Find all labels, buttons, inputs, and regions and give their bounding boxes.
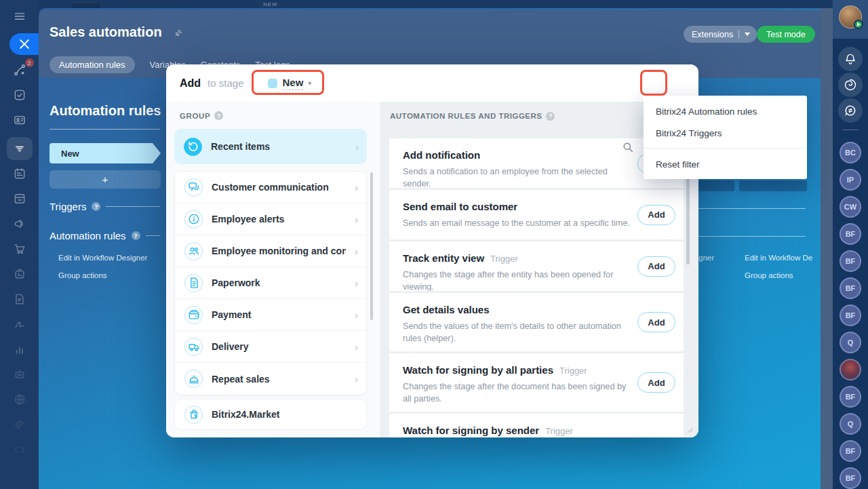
reset-filter-item[interactable]: Reset filter	[644, 153, 807, 175]
annotation-box-filter	[640, 70, 667, 96]
rule-description: Sends the values of the item's details t…	[403, 320, 633, 345]
group-item[interactable]: Employee alerts ›	[175, 203, 366, 235]
rule-title: Add notification	[403, 149, 480, 161]
chevron-right-icon: ›	[355, 141, 359, 153]
contact-avatar[interactable]: BF	[840, 223, 861, 245]
background-button-partial	[698, 180, 734, 191]
automation-rules-line	[146, 235, 160, 236]
search-icon[interactable]	[621, 140, 635, 154]
automation-rules-label: Automation rules	[50, 230, 126, 241]
add-rule-button[interactable]: Add	[637, 205, 675, 225]
contact-avatar[interactable]: BF	[840, 467, 861, 489]
sidebar-action-button[interactable]	[838, 73, 863, 97]
group-item-label: Repeat sales	[212, 374, 346, 385]
close-icon	[18, 37, 31, 51]
rule-title: Get details values	[403, 304, 490, 315]
page-edge-strip	[821, 8, 833, 489]
triggers-row: Triggers ?	[50, 201, 160, 212]
test-mode-button[interactable]: Test mode	[757, 26, 815, 43]
group-item-recent[interactable]: Recent items ›	[174, 129, 367, 164]
pin-icon[interactable]	[174, 28, 183, 38]
help-icon[interactable]: ?	[214, 111, 223, 120]
stage-arrow-new[interactable]: New	[50, 143, 161, 163]
sidebar-action-button[interactable]	[838, 98, 863, 123]
rule-trigger-tag: Trigger	[545, 426, 573, 436]
rule-title: Send email to customer	[403, 201, 517, 212]
wallet-icon	[184, 306, 203, 324]
contact-avatar[interactable]: BC	[840, 142, 861, 163]
sidebar-left-item[interactable]	[7, 416, 33, 433]
contact-avatar[interactable]: BF	[840, 305, 861, 326]
sidebar-left-item[interactable]	[7, 165, 33, 182]
edit-workflow-link-clipped[interactable]: Edit in Workflow De	[745, 254, 812, 262]
contact-avatar[interactable]: CW	[840, 196, 861, 218]
contact-avatar[interactable]	[840, 359, 861, 380]
group-item[interactable]: Repeat sales ›	[175, 363, 366, 395]
sidebar-left-item[interactable]	[7, 442, 33, 458]
contact-avatar[interactable]: Q	[840, 413, 861, 435]
group-scrollbar[interactable]	[370, 172, 373, 320]
user-avatar[interactable]	[839, 5, 862, 28]
add-stage-button[interactable]: +	[50, 170, 161, 189]
sidebar-left-item[interactable]	[7, 291, 33, 307]
sidebar-left-item[interactable]	[7, 391, 33, 408]
sidebar-left-item[interactable]	[7, 341, 33, 357]
resize-handle[interactable]	[687, 427, 694, 433]
contact-avatar[interactable]: BF	[840, 277, 861, 299]
top-mini-tab	[72, 3, 100, 8]
filter-menu-item[interactable]: Bitrix24 Triggers	[644, 122, 807, 144]
group-item-label: Bitrix24.Market	[212, 409, 358, 420]
drive-icon	[13, 192, 26, 206]
help-icon[interactable]: ?	[92, 202, 100, 211]
sidebar-left-item[interactable]	[7, 366, 33, 383]
group-item[interactable]: Payment ›	[175, 299, 366, 331]
group-item[interactable]: Customer communication ›	[175, 172, 366, 203]
sidebar-left-item[interactable]	[7, 191, 33, 207]
sidebar-action-button[interactable]	[838, 47, 863, 71]
sidebar-left-item[interactable]	[7, 137, 33, 160]
extensions-button[interactable]: Extensions	[684, 26, 757, 43]
automation-rules-row: Automation rules ?	[50, 230, 160, 241]
edit-workflow-link-clipped[interactable]: gner	[698, 254, 714, 262]
sidebar-left-item[interactable]	[7, 8, 33, 24]
help-icon[interactable]: ?	[132, 231, 140, 240]
sidebar-left-item[interactable]	[7, 112, 33, 128]
menu-icon	[13, 9, 26, 23]
robot-icon	[13, 267, 26, 281]
menu-divider	[644, 148, 807, 149]
group-item[interactable]: Employee monitoring and control ›	[175, 235, 366, 267]
sidebar-left-item[interactable]	[7, 241, 33, 257]
page-tab[interactable]: Automation rules	[50, 56, 135, 73]
filter-menu-item[interactable]: Bitrix24 Automation rules	[644, 100, 807, 122]
group-item[interactable]: Paperwork ›	[175, 267, 366, 299]
edit-workflow-link[interactable]: Edit in Workflow Designer	[58, 254, 147, 262]
contact-avatar[interactable]: BF	[840, 250, 861, 272]
contact-avatar[interactable]: BF	[840, 440, 861, 462]
contact-avatar[interactable]: IP	[840, 169, 861, 191]
sidebar-left-item[interactable]	[7, 266, 33, 282]
contact-avatar[interactable]: Q	[840, 332, 861, 353]
contact-avatars: BC IP CW BF BF BF BF Q BF	[840, 142, 861, 489]
sidebar-left-item[interactable]	[7, 316, 33, 332]
add-rule-button[interactable]: Add	[637, 312, 675, 332]
add-rule-button[interactable]: Add	[637, 256, 675, 277]
contact-avatar[interactable]: BF	[840, 386, 861, 408]
sidebar-left-item[interactable]	[7, 216, 33, 232]
section-title: Automation rules	[50, 103, 161, 119]
sidebar-left-item[interactable]	[7, 87, 33, 103]
crm-card-icon	[13, 113, 26, 127]
sidebar-left-item[interactable]: 2	[7, 62, 33, 78]
group-actions-link[interactable]: Group actions	[58, 271, 107, 279]
annotation-box-stage	[252, 70, 324, 95]
sidebar-left-item[interactable]	[9, 33, 39, 55]
funnel-icon	[13, 142, 26, 155]
group-actions-link[interactable]: Group actions	[745, 271, 793, 279]
help-icon[interactable]: ?	[546, 112, 555, 121]
rule-card: Watch for signing by all partiesTrigger …	[389, 353, 684, 412]
group-item-market[interactable]: Bitrix24.Market	[174, 399, 367, 430]
group-panel-header: GROUP ?	[180, 111, 223, 120]
megaphone-icon	[13, 217, 26, 231]
group-item[interactable]: Delivery ›	[175, 331, 366, 363]
add-rule-button[interactable]: Add	[637, 372, 675, 393]
rule-title: Watch for signing by sender	[403, 425, 539, 436]
